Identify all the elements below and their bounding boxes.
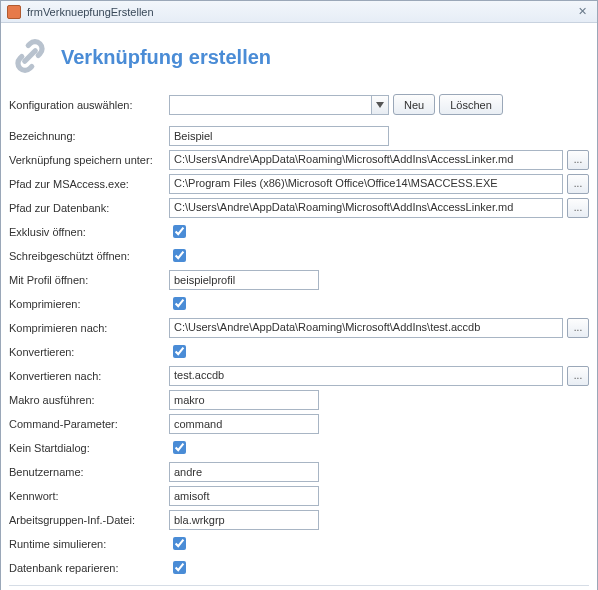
label-startdialog: Kein Startdialog: xyxy=(9,442,169,454)
field-config: Neu Löschen xyxy=(169,94,589,115)
label-konvertieren-nach: Konvertieren nach: xyxy=(9,370,169,382)
schreibschutz-checkbox[interactable] xyxy=(173,249,186,262)
titlebar: frmVerknuepfungErstellen ✕ xyxy=(1,1,597,23)
label-config: Konfiguration auswählen: xyxy=(9,99,169,111)
row-bezeichnung: Bezeichnung: xyxy=(9,124,589,147)
label-runtime: Runtime simulieren: xyxy=(9,538,169,550)
konvertieren-nach-path[interactable]: test.accdb xyxy=(169,366,563,386)
row-msaccess: Pfad zur MSAccess.exe: C:\Program Files … xyxy=(9,172,589,195)
label-konvertieren: Konvertieren: xyxy=(9,346,169,358)
label-datenbank: Pfad zur Datenbank: xyxy=(9,202,169,214)
row-profil: Mit Profil öffnen: xyxy=(9,268,589,291)
content: Verknüpfung erstellen Konfiguration ausw… xyxy=(1,23,597,590)
delete-button[interactable]: Löschen xyxy=(439,94,503,115)
row-datenbank: Pfad zur Datenbank: C:\Users\Andre\AppDa… xyxy=(9,196,589,219)
link-icon xyxy=(9,35,51,79)
config-combo[interactable] xyxy=(169,95,389,115)
label-kennwort: Kennwort: xyxy=(9,490,169,502)
row-komprimieren-nach: Komprimieren nach: C:\Users\Andre\AppDat… xyxy=(9,316,589,339)
row-startdialog: Kein Startdialog: xyxy=(9,436,589,459)
browse-konvertieren-button[interactable]: ... xyxy=(567,366,589,386)
datenbank-path[interactable]: C:\Users\Andre\AppData\Roaming\Microsoft… xyxy=(169,198,563,218)
label-bezeichnung: Bezeichnung: xyxy=(9,130,169,142)
row-benutzer: Benutzername: xyxy=(9,460,589,483)
browse-msaccess-button[interactable]: ... xyxy=(567,174,589,194)
window-title: frmVerknuepfungErstellen xyxy=(27,6,574,18)
label-benutzer: Benutzername: xyxy=(9,466,169,478)
exklusiv-checkbox[interactable] xyxy=(173,225,186,238)
konvertieren-checkbox[interactable] xyxy=(173,345,186,358)
label-speichern: Verknüpfung speichern unter: xyxy=(9,154,169,166)
runtime-checkbox[interactable] xyxy=(173,537,186,550)
wrkgrp-input[interactable] xyxy=(169,510,319,530)
row-exklusiv: Exklusiv öffnen: xyxy=(9,220,589,243)
row-makro: Makro ausführen: xyxy=(9,388,589,411)
msaccess-path[interactable]: C:\Program Files (x86)\Microsoft Office\… xyxy=(169,174,563,194)
page-title: Verknüpfung erstellen xyxy=(61,46,271,69)
row-komprimieren: Komprimieren: xyxy=(9,292,589,315)
startdialog-checkbox[interactable] xyxy=(173,441,186,454)
benutzer-input[interactable] xyxy=(169,462,319,482)
label-exklusiv: Exklusiv öffnen: xyxy=(9,226,169,238)
row-config: Konfiguration auswählen: Neu Löschen xyxy=(9,93,589,116)
row-konvertieren: Konvertieren: xyxy=(9,340,589,363)
label-profil: Mit Profil öffnen: xyxy=(9,274,169,286)
command-input[interactable] xyxy=(169,414,319,434)
kennwort-input[interactable] xyxy=(169,486,319,506)
komprimieren-nach-path[interactable]: C:\Users\Andre\AppData\Roaming\Microsoft… xyxy=(169,318,563,338)
bezeichnung-input[interactable] xyxy=(169,126,389,146)
komprimieren-checkbox[interactable] xyxy=(173,297,186,310)
row-repair: Datenbank reparieren: xyxy=(9,556,589,579)
close-icon[interactable]: ✕ xyxy=(574,5,591,18)
row-kennwort: Kennwort: xyxy=(9,484,589,507)
row-wrkgrp: Arbeitsgruppen-Inf.-Datei: xyxy=(9,508,589,531)
label-makro: Makro ausführen: xyxy=(9,394,169,406)
window: frmVerknuepfungErstellen ✕ Verknüpfung e… xyxy=(0,0,598,590)
row-runtime: Runtime simulieren: xyxy=(9,532,589,555)
row-speichern: Verknüpfung speichern unter: C:\Users\An… xyxy=(9,148,589,171)
browse-komprimieren-button[interactable]: ... xyxy=(567,318,589,338)
row-schreibschutz: Schreibgeschützt öffnen: xyxy=(9,244,589,267)
browse-datenbank-button[interactable]: ... xyxy=(567,198,589,218)
row-command: Command-Parameter: xyxy=(9,412,589,435)
new-button[interactable]: Neu xyxy=(393,94,435,115)
profil-input[interactable] xyxy=(169,270,319,290)
label-wrkgrp: Arbeitsgruppen-Inf.-Datei: xyxy=(9,514,169,526)
label-komprimieren: Komprimieren: xyxy=(9,298,169,310)
makro-input[interactable] xyxy=(169,390,319,410)
row-konvertieren-nach: Konvertieren nach: test.accdb ... xyxy=(9,364,589,387)
browse-speichern-button[interactable]: ... xyxy=(567,150,589,170)
repair-checkbox[interactable] xyxy=(173,561,186,574)
chevron-down-icon[interactable] xyxy=(371,96,388,114)
label-repair: Datenbank reparieren: xyxy=(9,562,169,574)
speichern-path[interactable]: C:\Users\Andre\AppData\Roaming\Microsoft… xyxy=(169,150,563,170)
config-combo-text xyxy=(170,96,371,114)
header: Verknüpfung erstellen xyxy=(9,29,589,93)
label-command: Command-Parameter: xyxy=(9,418,169,430)
bottom-bar: Verknüpfung erstellen Schließen xyxy=(9,585,589,590)
label-komprimieren-nach: Komprimieren nach: xyxy=(9,322,169,334)
form-icon xyxy=(7,5,21,19)
label-schreibschutz: Schreibgeschützt öffnen: xyxy=(9,250,169,262)
label-msaccess: Pfad zur MSAccess.exe: xyxy=(9,178,169,190)
